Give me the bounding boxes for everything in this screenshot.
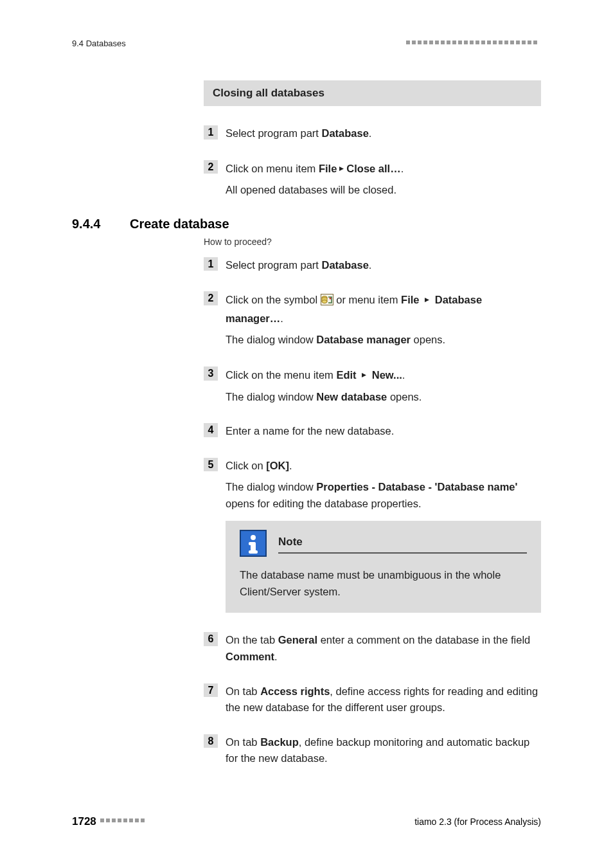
bold-text: New... bbox=[372, 369, 402, 381]
page-number: 1728 bbox=[72, 815, 96, 828]
text: . bbox=[402, 369, 405, 381]
text: On tab bbox=[226, 685, 260, 697]
step-body: On tab Access rights, define access righ… bbox=[226, 683, 541, 716]
step-body: Select program part Database. bbox=[226, 125, 541, 142]
note-title-wrap: Note bbox=[278, 534, 527, 554]
text: Select program part bbox=[226, 127, 321, 139]
svg-rect-10 bbox=[464, 41, 468, 44]
create-steps-list: 1 Select program part Database. 2 Click … bbox=[204, 257, 541, 767]
step-body: Enter a name for the new database. bbox=[226, 423, 541, 440]
svg-rect-1 bbox=[412, 41, 416, 44]
step-7: 7 On tab Access rights, define access ri… bbox=[204, 683, 541, 716]
step-subtext: The dialog window Properties - Database … bbox=[226, 479, 541, 512]
svg-rect-22 bbox=[533, 41, 537, 44]
note-box: Note The database name must be unambiguo… bbox=[226, 521, 541, 613]
text: Select program part bbox=[226, 259, 321, 271]
step-body: On tab Backup, define backup monitoring … bbox=[226, 734, 541, 767]
closing-all-databases-heading: Closing all databases bbox=[204, 80, 541, 106]
page: 9.4 Databases Closing all databases 1 Se… bbox=[0, 0, 613, 868]
svg-rect-2 bbox=[418, 41, 422, 44]
step-subtext: All opened databases will be closed. bbox=[226, 182, 541, 199]
svg-rect-20 bbox=[522, 41, 526, 44]
svg-rect-11 bbox=[470, 41, 474, 44]
step-body: Click on [OK]. The dialog window Propert… bbox=[226, 458, 541, 613]
svg-rect-42 bbox=[135, 818, 139, 822]
bold-text: Backup bbox=[260, 736, 299, 748]
bold-text: Database manager bbox=[316, 334, 411, 345]
step-number: 3 bbox=[204, 366, 218, 381]
step-body: On the tab General enter a comment on th… bbox=[226, 632, 541, 665]
text: opens for editing the database propertie… bbox=[226, 498, 422, 509]
text: The dialog window bbox=[226, 481, 316, 493]
text: . bbox=[274, 651, 278, 662]
bold-text: [OK] bbox=[266, 460, 289, 471]
step-number: 7 bbox=[204, 683, 218, 698]
svg-rect-6 bbox=[441, 41, 445, 44]
closing-steps-list: 1 Select program part Database. 2 Click … bbox=[204, 125, 541, 199]
text: opens. bbox=[387, 391, 422, 402]
svg-rect-16 bbox=[499, 41, 502, 44]
note-title: Note bbox=[278, 534, 527, 554]
bold-text: Comment bbox=[226, 651, 274, 662]
text: On the tab bbox=[226, 634, 278, 646]
svg-rect-15 bbox=[493, 41, 497, 44]
page-footer: 1728 tiamo 2.3 (for Process Analysis) bbox=[72, 815, 541, 828]
note-header: Note bbox=[240, 530, 527, 557]
note-body: The database name must be unambiguous in… bbox=[240, 567, 527, 600]
step-number: 1 bbox=[204, 257, 218, 271]
text: Click on bbox=[226, 460, 266, 471]
step-number: 2 bbox=[204, 291, 218, 305]
step-number: 8 bbox=[204, 734, 218, 748]
menu-arrow-icon bbox=[424, 291, 430, 308]
text: Click on menu item bbox=[226, 163, 319, 174]
svg-rect-7 bbox=[447, 41, 450, 44]
step-2: 2 Click on the symbol or menu item File … bbox=[204, 291, 541, 348]
svg-rect-9 bbox=[458, 41, 462, 44]
step-2: 2 Click on menu item FileClose all…. All… bbox=[204, 160, 541, 199]
svg-rect-3 bbox=[423, 41, 427, 44]
create-database-heading: 9.4.4 Create database bbox=[72, 217, 541, 231]
bold-text: Close all… bbox=[346, 163, 400, 174]
bold-text: General bbox=[278, 634, 317, 646]
footer-left: 1728 bbox=[72, 815, 148, 828]
text: The dialog window bbox=[226, 391, 316, 402]
bold-text: File bbox=[319, 163, 337, 174]
svg-rect-19 bbox=[516, 41, 520, 44]
step-number: 2 bbox=[204, 160, 218, 174]
database-manager-icon bbox=[321, 294, 333, 311]
text: enter a comment on the database in the f… bbox=[317, 634, 530, 646]
header-section-label: 9.4 Databases bbox=[72, 39, 126, 48]
svg-rect-37 bbox=[106, 818, 110, 822]
step-body: Click on the menu item Edit New.... The … bbox=[226, 366, 541, 405]
svg-marker-23 bbox=[339, 167, 344, 171]
step-number: 6 bbox=[204, 632, 218, 646]
step-1: 1 Select program part Database. bbox=[204, 125, 541, 142]
step-subtext: The dialog window New database opens. bbox=[226, 389, 541, 406]
svg-rect-0 bbox=[406, 41, 410, 44]
svg-rect-13 bbox=[481, 41, 485, 44]
svg-rect-14 bbox=[487, 41, 491, 44]
section-title: Create database bbox=[130, 217, 229, 231]
step-1: 1 Select program part Database. bbox=[204, 257, 541, 274]
svg-marker-30 bbox=[362, 373, 366, 377]
text: . bbox=[401, 163, 404, 174]
svg-point-32 bbox=[251, 535, 256, 540]
how-to-proceed-label: How to proceed? bbox=[204, 237, 541, 247]
bold-text: Access rights bbox=[260, 685, 330, 697]
step-5: 5 Click on [OK]. The dialog window Prope… bbox=[204, 458, 541, 613]
step-6: 6 On the tab General enter a comment on … bbox=[204, 632, 541, 665]
bold-text: New database bbox=[316, 391, 387, 402]
svg-rect-43 bbox=[141, 818, 145, 822]
text: . bbox=[369, 259, 372, 271]
text: or menu item bbox=[333, 294, 401, 305]
footer-dots-icon bbox=[100, 818, 148, 825]
svg-rect-41 bbox=[129, 818, 133, 822]
svg-point-28 bbox=[329, 298, 331, 300]
step-8: 8 On tab Backup, define backup monitorin… bbox=[204, 734, 541, 767]
svg-rect-35 bbox=[249, 550, 258, 554]
step-number: 4 bbox=[204, 423, 218, 437]
svg-rect-21 bbox=[528, 41, 531, 44]
text: On tab bbox=[226, 736, 260, 748]
text: . bbox=[280, 312, 283, 324]
bold-text: File bbox=[401, 294, 419, 305]
